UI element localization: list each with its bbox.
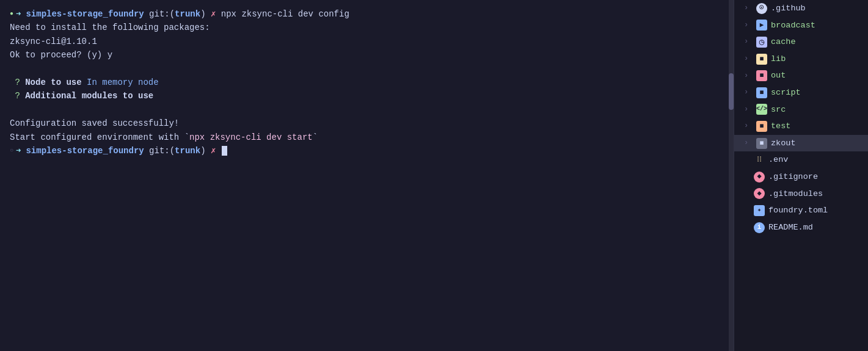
sidebar-item-test[interactable]: › ◼ test <box>734 118 868 135</box>
terminal-text <box>20 76 25 89</box>
terminal-panel[interactable]: ● ➜ simples-storage_foundry git:(trunk) … <box>0 0 729 351</box>
sidebar-label-zkout: zkout <box>771 137 796 150</box>
gitmodules-file-icon: ◆ <box>754 188 765 199</box>
github-folder-icon: ⊙ <box>756 3 767 14</box>
terminal-line-1: ● ➜ simples-storage_foundry git:(trunk) … <box>10 7 719 21</box>
prompt-branch: trunk <box>175 7 200 21</box>
terminal-line-modules: ? Additional modules to use <box>10 89 719 103</box>
prompt-dir2: simples-storage_foundry <box>26 144 144 157</box>
sidebar-item-env[interactable]: ⁝⁝ .env <box>734 151 868 168</box>
chevron-icon: › <box>744 53 753 65</box>
sidebar-label-test: test <box>771 120 790 133</box>
terminal-line-blank2 <box>10 103 719 117</box>
chevron-icon: › <box>744 120 753 132</box>
sidebar-item-src[interactable]: › </> src <box>734 101 868 118</box>
sidebar-item-gitmodules[interactable]: ◆ .gitmodules <box>734 186 868 203</box>
chevron-icon: › <box>744 2 753 14</box>
node-value: In memory node <box>87 76 159 89</box>
sidebar-item-script[interactable]: › ◼ script <box>734 84 868 101</box>
lib-folder-icon: ◼ <box>756 54 767 65</box>
cache-folder-icon: ◷ <box>756 37 767 48</box>
prompt-dir: simples-storage_foundry <box>26 7 144 21</box>
terminal-line-start: Start configured environment with `npx z… <box>10 131 719 144</box>
sidebar-item-lib[interactable]: › ◼ lib <box>734 51 868 68</box>
foundry-file-icon: ✦ <box>754 205 765 216</box>
terminal-line-node: ? Node to use In memory node <box>10 76 719 89</box>
question-symbol: ? <box>15 76 20 89</box>
out-folder-icon: ◼ <box>756 70 767 81</box>
readme-file-icon: i <box>754 222 765 233</box>
sidebar-item-broadcast[interactable]: › ▶ broadcast <box>734 17 868 34</box>
prompt-branch2: trunk <box>175 144 200 157</box>
sidebar-label-cache: cache <box>771 35 796 49</box>
prompt-arrow: ➜ <box>16 7 21 21</box>
terminal-text: Need to install the following packages: <box>10 21 210 34</box>
sidebar-label-broadcast: broadcast <box>771 19 815 32</box>
chevron-icon: › <box>744 20 753 31</box>
sidebar-label-lib: lib <box>771 52 786 66</box>
chevron-icon: › <box>744 87 753 98</box>
sidebar-label-env: .env <box>768 153 788 167</box>
sidebar-label-script: script <box>771 86 801 100</box>
terminal-text: ` <box>313 131 318 144</box>
zkout-folder-icon: ◼ <box>756 138 767 149</box>
prompt-arrow2: ➜ <box>16 144 21 157</box>
chevron-icon: › <box>744 137 753 149</box>
terminal-line-config: Configuration saved successfully! <box>10 117 719 130</box>
sidebar-item-foundry[interactable]: ✦ foundry.toml <box>734 202 868 219</box>
terminal-cursor <box>222 146 227 156</box>
sidebar-label-foundry: foundry.toml <box>768 204 828 217</box>
src-folder-icon: </> <box>756 104 767 115</box>
sidebar-item-readme[interactable]: i README.md <box>734 219 868 236</box>
sidebar-label-gitignore: .gitignore <box>768 170 818 184</box>
terminal-text <box>20 89 25 103</box>
terminal-text: Ok to proceed? (y) y <box>10 48 112 62</box>
terminal-text: Start configured environment with ` <box>10 131 189 144</box>
question-mark2 <box>10 89 15 103</box>
sidebar-label-src: src <box>771 103 786 117</box>
chevron-icon: › <box>744 36 753 48</box>
terminal-line-cursor: ○ ➜ simples-storage_foundry git:(trunk) … <box>10 144 719 157</box>
question-symbol2: ? <box>15 89 20 103</box>
terminal-text <box>82 76 87 89</box>
prompt-dot2: ○ <box>10 146 13 156</box>
prompt-dot: ● <box>10 9 13 19</box>
prompt-git: git:( <box>144 7 175 21</box>
chevron-icon: › <box>744 104 753 115</box>
sidebar-label-out: out <box>771 69 786 82</box>
node-label: Node to use <box>25 76 81 89</box>
terminal-line-2: Need to install the following packages: <box>10 21 719 34</box>
sidebar-label-gitmodules: .gitmodules <box>768 187 823 201</box>
question-mark <box>10 76 15 89</box>
scrollbar-thumb[interactable] <box>729 73 734 110</box>
terminal-text: Configuration saved successfully! <box>10 117 179 130</box>
terminal-cmd-pink: npx zksync-cli dev start <box>189 131 313 144</box>
script-folder-icon: ◼ <box>756 87 767 98</box>
prompt-x: ✗ <box>206 7 216 21</box>
sidebar-label-readme: README.md <box>768 221 813 234</box>
prompt-git2: git:( <box>144 144 175 157</box>
sidebar-item-cache[interactable]: › ◷ cache <box>734 34 868 51</box>
chevron-icon: › <box>744 70 753 82</box>
file-tree-sidebar: › ⊙ .github › ▶ broadcast › ◷ cache › ◼ … <box>734 0 868 351</box>
prompt-cmd: npx zksync-cli dev config <box>216 7 349 21</box>
terminal-text: zksync-cli@1.10.1 <box>10 35 97 48</box>
prompt-cmd2 <box>216 144 221 157</box>
broadcast-folder-icon: ▶ <box>756 20 767 31</box>
terminal-line-3: zksync-cli@1.10.1 <box>10 35 719 48</box>
gitignore-file-icon: ◆ <box>754 172 765 183</box>
test-folder-icon: ◼ <box>756 121 767 132</box>
modules-label: Additional modules to use <box>25 89 153 103</box>
sidebar-item-out[interactable]: › ◼ out <box>734 67 868 84</box>
terminal-line-4: Ok to proceed? (y) y <box>10 48 719 62</box>
sidebar-item-gitignore[interactable]: ◆ .gitignore <box>734 168 868 186</box>
sidebar-item-zkout[interactable]: › ◼ zkout <box>734 135 868 152</box>
sidebar-label-github: .github <box>771 2 806 15</box>
prompt-x2: ✗ <box>206 144 216 157</box>
sidebar-item-github[interactable]: › ⊙ .github <box>734 0 868 17</box>
terminal-line-blank1 <box>10 62 719 76</box>
env-file-icon: ⁝⁝ <box>754 154 765 165</box>
scrollbar[interactable] <box>729 0 734 351</box>
